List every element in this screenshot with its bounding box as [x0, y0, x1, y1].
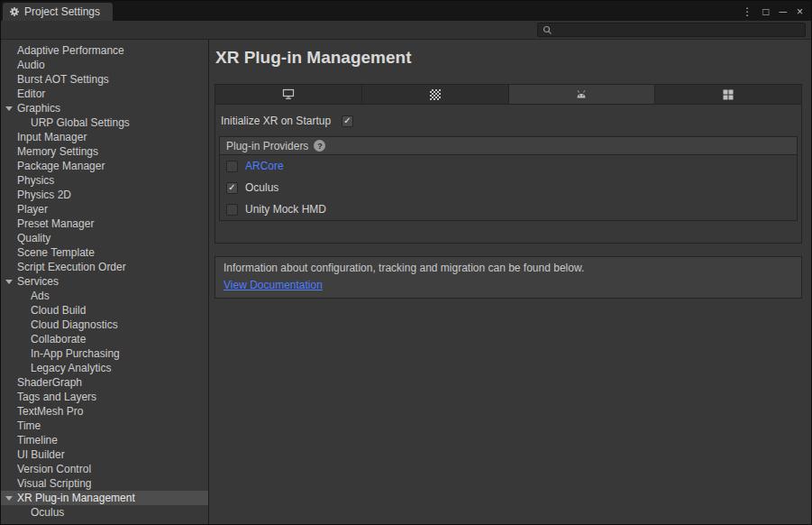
sidebar-item-ads[interactable]: Ads [1, 289, 208, 303]
plugin-providers-box: Plug-in Providers ? ARCore✓OculusUnity M… [219, 136, 798, 221]
sidebar-item-collaborate[interactable]: Collaborate [1, 332, 208, 346]
sidebar-item-physics-2d[interactable]: Physics 2D [1, 188, 208, 202]
sidebar-item-burst-aot-settings[interactable]: Burst AOT Settings [1, 72, 208, 87]
sidebar-item-oculus[interactable]: Oculus [1, 505, 208, 520]
sidebar-item-label: TextMesh Pro [1, 405, 83, 418]
xr-settings-section: Initialize XR on Startup ✓ Plug-in Provi… [214, 105, 802, 244]
close-icon[interactable]: × [797, 6, 803, 17]
initialize-xr-checkbox[interactable]: ✓ [342, 115, 353, 127]
sidebar-item-version-control[interactable]: Version Control [1, 462, 208, 476]
sidebar-item-memory-settings[interactable]: Memory Settings [1, 144, 208, 159]
sidebar-item-label: Scene Template [1, 246, 95, 259]
platform-tab-android[interactable] [509, 85, 656, 104]
minimize-icon[interactable]: ─ [779, 6, 787, 17]
search-input[interactable] [556, 23, 800, 36]
sidebar-item-in-app-purchasing[interactable]: In-App Purchasing [1, 346, 208, 361]
sidebar-item-graphics[interactable]: Graphics [1, 101, 208, 115]
sidebar-item-label: Script Execution Order [1, 261, 126, 273]
sidebar-item-label: Physics [1, 174, 54, 187]
sidebar-item-label: Cloud Diagnostics [1, 318, 118, 331]
sidebar-item-label: Time [1, 419, 41, 432]
view-documentation-link[interactable]: View Documentation [224, 279, 323, 291]
sidebar-item-label: Legacy Analytics [1, 362, 111, 374]
provider-list: ARCore✓OculusUnity Mock HMD [220, 155, 797, 220]
project-settings-window: Project Settings ⋮ □ ─ × Adaptive Perfor… [0, 0, 812, 525]
sidebar-item-script-execution-order[interactable]: Script Execution Order [1, 260, 208, 274]
sidebar-item-scene-template[interactable]: Scene Template [1, 245, 208, 260]
sidebar-item-label: Collaborate [1, 333, 86, 345]
sidebar-item-services[interactable]: Services [1, 274, 208, 289]
search-icon [543, 25, 552, 35]
sidebar-item-time[interactable]: Time [1, 419, 208, 433]
sidebar-item-label: UI Builder [1, 448, 65, 461]
kebab-menu-icon[interactable]: ⋮ [742, 6, 753, 17]
info-box: Information about configuration, trackin… [214, 256, 802, 299]
settings-sidebar: Adaptive PerformanceAudioBurst AOT Setti… [1, 40, 209, 524]
sidebar-item-physics[interactable]: Physics [1, 173, 208, 188]
sidebar-item-label: Editor [1, 88, 45, 100]
sidebar-item-quality[interactable]: Quality [1, 231, 208, 245]
foldout-icon[interactable] [5, 280, 13, 284]
provider-checkbox-oculus[interactable]: ✓ [226, 182, 238, 194]
initialize-xr-row: Initialize XR on Startup ✓ [219, 112, 798, 130]
sidebar-item-label: URP Global Settings [1, 116, 130, 129]
sidebar-item-textmesh-pro[interactable]: TextMesh Pro [1, 404, 208, 419]
sidebar-item-legacy-analytics[interactable]: Legacy Analytics [1, 361, 208, 375]
page-title: XR Plug-in Management [215, 47, 802, 68]
platform-tab-standalone[interactable] [215, 85, 362, 104]
sidebar-item-player[interactable]: Player [1, 202, 208, 216]
sidebar-item-label: Tags and Layers [1, 391, 96, 403]
restore-icon[interactable]: □ [762, 6, 769, 17]
initialize-xr-label: Initialize XR on Startup [221, 115, 331, 127]
provider-label[interactable]: ARCore [245, 160, 284, 172]
sidebar-item-label: Memory Settings [1, 145, 98, 158]
info-text: Information about configuration, trackin… [224, 262, 793, 275]
sidebar-item-timeline[interactable]: Timeline [1, 433, 208, 447]
sidebar-item-audio[interactable]: Audio [1, 58, 208, 72]
sidebar-item-label: Burst AOT Settings [1, 73, 109, 86]
provider-row-unity-mock-hmd: Unity Mock HMD [220, 198, 797, 220]
search-box[interactable] [537, 23, 806, 37]
window-controls: ⋮ □ ─ × [742, 6, 811, 21]
sidebar-item-visual-scripting[interactable]: Visual Scripting [1, 476, 208, 491]
foldout-icon[interactable] [5, 496, 13, 501]
sidebar-item-cloud-build[interactable]: Cloud Build [1, 303, 208, 318]
provider-checkbox-arcore[interactable] [226, 161, 238, 172]
android-icon [575, 89, 588, 100]
sidebar-item-shadergraph[interactable]: ShaderGraph [1, 375, 208, 390]
platform-tab-ios[interactable] [362, 85, 509, 104]
sidebar-item-cloud-diagnostics[interactable]: Cloud Diagnostics [1, 318, 208, 332]
sidebar-item-label: In-App Purchasing [1, 347, 120, 360]
platform-tab-bar [214, 84, 802, 105]
sidebar-item-tags-and-layers[interactable]: Tags and Layers [1, 390, 208, 404]
sidebar-item-package-manager[interactable]: Package Manager [1, 159, 208, 173]
sidebar-item-label: Adaptive Performance [1, 44, 124, 57]
sidebar-item-label: Audio [1, 59, 45, 71]
sidebar-item-input-manager[interactable]: Input Manager [1, 130, 208, 144]
sidebar-item-label: Preset Manager [1, 217, 94, 230]
sidebar-item-xr-plug-in-management[interactable]: XR Plug-in Management [1, 491, 208, 505]
provider-checkbox-unity-mock-hmd[interactable] [226, 204, 238, 216]
sidebar-item-label: Quality [1, 232, 50, 244]
sidebar-item-label: Package Manager [1, 160, 105, 172]
sidebar-item-ui-builder[interactable]: UI Builder [1, 447, 208, 462]
sidebar-item-adaptive-performance[interactable]: Adaptive Performance [1, 43, 208, 58]
foldout-icon[interactable] [5, 106, 13, 111]
sidebar-item-label: Oculus [1, 506, 64, 519]
provider-label: Oculus [245, 181, 278, 194]
sidebar-item-label: Input Manager [1, 131, 87, 143]
sidebar-item-label: Visual Scripting [1, 477, 92, 490]
sidebar-item-urp-global-settings[interactable]: URP Global Settings [1, 115, 208, 130]
sidebar-item-preset-manager[interactable]: Preset Manager [1, 216, 208, 231]
plugin-providers-title: Plug-in Providers [226, 140, 308, 152]
help-icon[interactable]: ? [314, 140, 325, 152]
project-settings-tab[interactable]: Project Settings [3, 3, 113, 21]
provider-label: Unity Mock HMD [245, 203, 326, 216]
sidebar-item-label: Cloud Build [1, 304, 86, 317]
sidebar-item-label: ShaderGraph [1, 376, 82, 389]
titlebar: Project Settings ⋮ □ ─ × [1, 1, 811, 21]
main-panel: XR Plug-in Management Initialize XR on S… [209, 40, 811, 524]
sidebar-item-label: Version Control [1, 463, 91, 475]
platform-tab-uwp[interactable] [655, 85, 801, 104]
sidebar-item-editor[interactable]: Editor [1, 87, 208, 101]
